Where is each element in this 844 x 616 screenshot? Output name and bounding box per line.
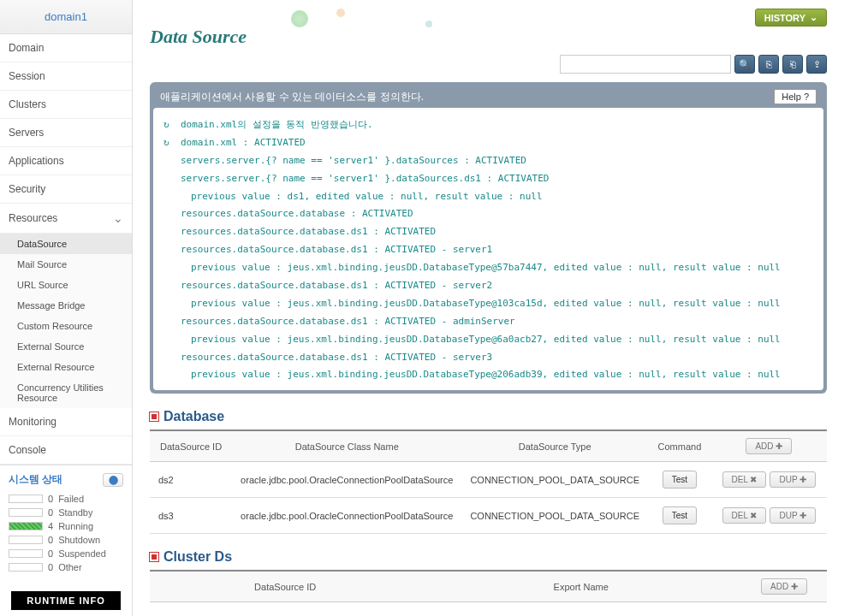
log-line: resources.dataSource.database.ds1 : ACTI…	[163, 313, 813, 331]
status-row-other: 0Other	[9, 562, 123, 572]
status-bar-icon	[9, 522, 43, 530]
section-marker-icon	[150, 412, 158, 421]
status-bar-icon	[9, 495, 43, 503]
refresh-icon: ↻	[163, 116, 174, 134]
status-bar-icon	[9, 563, 43, 572]
log-description: 애플리케이션에서 사용할 수 있는 데이터소스를 정의한다.	[160, 90, 424, 104]
sidebar: domain1 DomainSessionClustersServersAppl…	[0, 0, 133, 616]
log-line: previous value : jeus.xml.binding.jeusDD…	[163, 295, 813, 313]
log-line: previous value : ds1, edited value : nul…	[163, 188, 813, 206]
table-header: ADD ✚	[711, 430, 827, 462]
table-header: ADD ✚	[741, 571, 827, 602]
section-marker-icon	[150, 553, 158, 561]
nav-item-session[interactable]: Session	[0, 62, 132, 91]
toggle-icon[interactable]: ⬤	[103, 473, 123, 487]
status-row-running: 4Running	[9, 521, 123, 531]
nav-item-clusters[interactable]: Clusters	[0, 91, 132, 119]
cluster-table: DataSource IDExport NameADD ✚	[150, 570, 827, 602]
log-line: ↻domain.xml : ACTIVATED	[163, 134, 813, 152]
nav-item-domain[interactable]: Domain	[0, 34, 132, 62]
log-line: servers.server.{? name == 'server1' }.da…	[163, 152, 813, 170]
add-button[interactable]: ADD ✚	[761, 578, 807, 595]
nav-resources[interactable]: Resources	[0, 204, 132, 234]
nav-item-applications[interactable]: Applications	[0, 147, 132, 175]
nav-monitoring[interactable]: Monitoring	[0, 408, 132, 436]
search-input[interactable]	[560, 55, 731, 74]
log-line: resources.dataSource.database.ds1 : ACTI…	[163, 241, 813, 259]
table-header: DataSource Class Name	[232, 430, 461, 462]
refresh-icon: ↻	[163, 134, 174, 152]
domain-title[interactable]: domain1	[0, 0, 132, 34]
status-row-standby: 0Standby	[9, 507, 123, 518]
sidebar-item-url-source[interactable]: URL Source	[0, 275, 132, 295]
table-header: Command	[648, 430, 711, 462]
log-line: resources.dataSource.database.ds1 : ACTI…	[163, 223, 813, 241]
log-line: previous value : jeus.xml.binding.jeusDD…	[163, 331, 813, 349]
table-row: ds2oracle.jdbc.pool.OracleConnectionPool…	[150, 462, 827, 498]
export-icon[interactable]: ⎘	[758, 55, 779, 74]
nav-console[interactable]: Console	[0, 436, 132, 465]
search-icon[interactable]: 🔍	[734, 55, 755, 74]
cluster-empty-message: 해당 내역이 존재하지 않습니다.	[150, 602, 827, 616]
log-box: 애플리케이션에서 사용할 수 있는 데이터소스를 정의한다. Help ? ↻d…	[150, 82, 827, 394]
table-row: ds3oracle.jdbc.pool.OracleConnectionPool…	[150, 498, 827, 534]
log-line: previous value : jeus.xml.binding.jeusDD…	[163, 259, 813, 277]
sidebar-item-concurrency-utilities-resource[interactable]: Concurrency Utilities Resource	[0, 377, 132, 408]
status-row-shutdown: 0Shutdown	[9, 535, 123, 545]
table-header: DataSource ID	[150, 571, 420, 602]
sidebar-item-custom-resource[interactable]: Custom Resource	[0, 316, 132, 336]
log-line: ↻domain.xml의 설정을 동적 반영했습니다.	[163, 116, 813, 134]
table-header: DataSource ID	[150, 430, 232, 462]
log-line: servers.server.{? name == 'server1' }.da…	[163, 170, 813, 188]
table-header: Export Name	[420, 571, 741, 602]
dup-button[interactable]: DUP ✚	[770, 507, 816, 524]
sidebar-item-datasource[interactable]: DataSource	[0, 234, 132, 254]
test-button[interactable]: Test	[663, 471, 697, 489]
log-line: previous value : jeus.xml.binding.jeusDD…	[163, 366, 813, 384]
runtime-info-button[interactable]: RUNTIME INFO	[11, 591, 120, 610]
decor-dots	[291, 9, 432, 30]
log-line: resources.dataSource.database : ACTIVATE…	[163, 205, 813, 223]
add-button[interactable]: ADD ✚	[746, 438, 792, 454]
status-bar-icon	[9, 536, 43, 544]
sidebar-item-external-source[interactable]: External Source	[0, 336, 132, 357]
sidebar-item-external-resource[interactable]: External Resource	[0, 357, 132, 377]
history-button[interactable]: HISTORY	[755, 9, 827, 27]
nav-item-security[interactable]: Security	[0, 175, 132, 204]
log-line: resources.dataSource.database.ds1 : ACTI…	[163, 277, 813, 295]
status-title: 시스템 상태	[9, 472, 62, 487]
help-button[interactable]: Help ?	[774, 89, 817, 104]
database-table: DataSource IDDataSource Class NameDataSo…	[150, 429, 827, 534]
status-bar-icon	[9, 549, 43, 558]
status-row-suspended: 0Suspended	[9, 548, 123, 559]
sidebar-item-message-bridge[interactable]: Message Bridge	[0, 295, 132, 316]
log-line: resources.dataSource.database.ds1 : ACTI…	[163, 349, 813, 367]
sidebar-item-mail-source[interactable]: Mail Source	[0, 254, 132, 275]
status-bar-icon	[9, 508, 43, 517]
xml-icon[interactable]: ⎗	[782, 55, 803, 74]
system-status-section: 시스템 상태 ⬤ 0Failed0Standby4Running0Shutdow…	[0, 465, 132, 583]
test-button[interactable]: Test	[663, 506, 697, 524]
page-title: Data Source	[150, 26, 247, 48]
main-content: HISTORY Data Source 🔍 ⎘ ⎗ ⇪ 애플리케이션에서 사용할…	[133, 0, 844, 616]
database-section-title: Database	[150, 409, 827, 424]
del-button[interactable]: DEL ✖	[722, 507, 767, 524]
dup-button[interactable]: DUP ✚	[770, 471, 816, 488]
cluster-section-title: Cluster Ds	[150, 549, 827, 565]
status-row-failed: 0Failed	[9, 494, 123, 504]
table-header: DataSource Type	[461, 430, 648, 462]
del-button[interactable]: DEL ✖	[722, 471, 767, 488]
upload-icon[interactable]: ⇪	[806, 55, 827, 74]
nav-item-servers[interactable]: Servers	[0, 119, 132, 147]
